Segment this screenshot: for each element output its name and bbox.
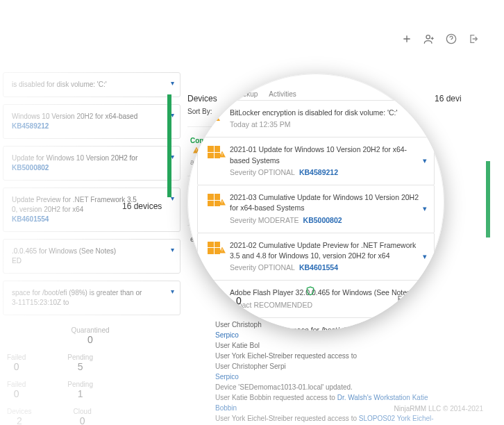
left-card[interactable]: .0.0.465 for Windows (See Notes) ED ▾: [3, 239, 180, 274]
activity-link[interactable]: Serpico: [215, 373, 239, 381]
chevron-down-icon[interactable]: ▾: [423, 203, 427, 214]
left-card-text: Update Preview for .NET Framework 3.5: [12, 196, 137, 203]
activity-line: User York Eichel-Streiber requested acce…: [215, 352, 357, 360]
left-card-text: ED: [12, 257, 22, 265]
warning-icon: [216, 149, 228, 160]
stat-label: Cloud: [74, 408, 92, 415]
left-card-text: Update for Windows 10 Version 20H2 for: [12, 154, 137, 162]
kb-link[interactable]: KB4589212: [299, 168, 338, 176]
svg-point-0: [426, 35, 430, 39]
logout-icon[interactable]: [468, 33, 479, 46]
stat-value: 5: [67, 361, 93, 372]
stat-value: 0: [7, 388, 26, 399]
alert-title: BitLocker encryption is disabled for dis…: [230, 108, 426, 118]
stat-label: Devices: [7, 408, 32, 415]
left-card-text: Windows 10 Version 20H2 for x64-based: [12, 112, 137, 120]
activity-link[interactable]: Serpico: [215, 331, 239, 339]
add-icon[interactable]: [401, 33, 412, 46]
left-card-text: is disabled for disk volume: 'C:': [12, 81, 107, 88]
left-card-text: .0.0.465 for Windows (See Notes): [12, 247, 116, 255]
alert-title: 2021-02 Cumulative Update Preview for .N…: [230, 240, 426, 261]
alert-severity: Severity OPTIONAL: [230, 263, 295, 272]
stat-value: 0: [236, 295, 242, 306]
left-card[interactable]: is disabled for disk volume: 'C:' ▾: [3, 72, 180, 97]
help-icon[interactable]: [446, 33, 457, 46]
app-icon: [206, 288, 221, 303]
stat-value: 0: [7, 361, 26, 372]
alert-card[interactable]: BitLocker encryption is disabled for dis…: [197, 100, 435, 138]
kb-link[interactable]: KB5000802: [303, 216, 342, 224]
kb-link[interactable]: KB4601554: [299, 263, 338, 272]
alert-title: 2021-03 Cumulative Update for Windows 10…: [230, 192, 426, 213]
stat-label: Failed: [7, 381, 26, 388]
alert-title: 2021-01 Update for Windows 10 Version 20…: [230, 144, 426, 165]
activity-line: User Katie Bobbin requested access to: [215, 394, 337, 401]
warning-icon: [216, 244, 228, 256]
alert-meta: Today at 12:35 PM: [230, 119, 426, 130]
stat-value: 0: [71, 334, 109, 345]
alert-card[interactable]: 2021-03 Cumulative Update for Windows 10…: [197, 185, 435, 233]
kb-link[interactable]: KB4589212: [12, 122, 49, 130]
magnifier-overlay: Backup Activities BitLocker encryption i…: [187, 74, 444, 331]
stat-label: Pending: [67, 353, 93, 361]
warning-icon: [216, 197, 228, 208]
chevron-down-icon: ▾: [171, 287, 174, 297]
left-card-text: space for /boot/efi (98%) is greater tha…: [12, 289, 142, 297]
stat-value: 0: [398, 303, 417, 314]
stat-value: 0: [74, 415, 92, 425]
alert-card[interactable]: 2021-02 Cumulative Update Preview for .N…: [197, 233, 435, 281]
tab-activities[interactable]: Activities: [269, 90, 296, 98]
chevron-down-icon[interactable]: ▾: [423, 156, 427, 167]
left-card-text: 3-11T15:23:10Z to: [12, 299, 69, 306]
device-count-partial: 16 devi: [435, 94, 462, 103]
activity-line: User Christoph: [215, 321, 262, 328]
left-card-text: 0, version 20H2 for x64: [12, 206, 83, 213]
chevron-down-icon: ▾: [171, 78, 174, 88]
left-alert-panel: is disabled for disk volume: 'C:' ▾ Wind…: [0, 69, 180, 425]
chevron-down-icon[interactable]: ▾: [423, 251, 427, 262]
alert-severity: Severity OPTIONAL: [230, 168, 295, 176]
left-card[interactable]: Windows 10 Version 20H2 for x64-based KB…: [3, 104, 180, 139]
right-panel-edge: 16 devi: [435, 94, 483, 103]
activity-line: User Christopher Serpi: [215, 362, 286, 370]
alert-severity: Severity MODERATE: [230, 216, 299, 224]
alert-card[interactable]: 2021-01 Update for Windows 10 Version 20…: [197, 137, 435, 185]
left-card[interactable]: Update for Windows 10 Version 20H2 for K…: [3, 146, 180, 181]
stat-value: 1: [67, 388, 93, 399]
activity-line: User Katie Bol: [215, 342, 260, 349]
chevron-down-icon[interactable]: ▾: [423, 294, 427, 304]
kb-link[interactable]: KB5000802: [12, 164, 49, 172]
stat-label: Failed: [7, 353, 26, 361]
health-bar: [167, 94, 171, 197]
add-user-icon[interactable]: [423, 33, 435, 46]
stat-label: Quarantined: [71, 326, 109, 334]
activity-line: User York Eichel-Streiber requested acce…: [215, 415, 359, 422]
left-card[interactable]: space for /boot/efi (98%) is greater tha…: [3, 281, 180, 315]
stat-value: 2: [7, 415, 32, 425]
chevron-down-icon[interactable]: ▾: [423, 114, 427, 124]
health-bar: [486, 161, 490, 238]
chevron-down-icon: ▾: [171, 245, 174, 255]
stat-label: Pending: [67, 381, 93, 388]
device-count: 16 devices: [122, 201, 162, 211]
footer-copyright: NinjaRMM LLC © 2014-2021: [394, 405, 483, 412]
kb-link[interactable]: KB4601554: [12, 215, 49, 223]
activity-line: Device 'SEDemomac1013-01.local' updated.: [215, 383, 353, 391]
stat-label: Failed: [398, 295, 417, 303]
